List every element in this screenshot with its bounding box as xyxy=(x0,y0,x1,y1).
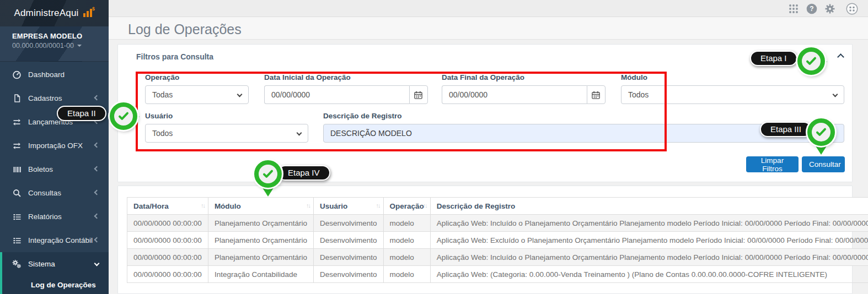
gear-icon[interactable] xyxy=(824,3,835,14)
consultar-button[interactable]: Consultar xyxy=(802,156,845,172)
sidebar-item-boletos[interactable]: Boletos xyxy=(0,157,109,181)
company-name: EMPRESA MODELO xyxy=(12,32,109,40)
sidebar: AdministreAqui $ EMPRESA MODELO 00.000.0… xyxy=(0,0,109,294)
company-cnpj: 00.000.000/0001-00 xyxy=(12,42,109,50)
sort-icon: ↑↓ xyxy=(201,202,205,209)
apps-grid-icon[interactable] xyxy=(788,3,799,14)
sidebar-active-section: Sistema Log de Operações xyxy=(0,252,109,294)
column-header-usuario[interactable]: Usuário↑↓ xyxy=(313,198,383,215)
cell-usuario: Desenvolvimento xyxy=(313,266,383,283)
column-header-modulo[interactable]: Módulo↑↓ xyxy=(208,198,313,215)
cell-operacao: modelo xyxy=(383,249,430,266)
field-descricao: Descrição de Registro xyxy=(323,112,844,143)
descricao-label: Descrição de Registro xyxy=(323,112,844,120)
topbar: ? xyxy=(109,0,868,17)
operacao-label: Operação xyxy=(145,73,249,81)
sidebar-item-sistema[interactable]: Sistema xyxy=(2,252,109,276)
sidebar-item-label: Consultas xyxy=(28,189,61,197)
data-final-label: Data Final da Operação xyxy=(442,73,606,81)
field-data-final: Data Final da Operação xyxy=(442,73,606,104)
cell-data-hora: 00/00/0000 00:00:00 xyxy=(127,215,208,232)
sidebar-item-label: Relatórios xyxy=(28,213,62,221)
calendar-icon-button[interactable] xyxy=(409,85,428,104)
bar-chart-dollar-icon: $ xyxy=(83,7,95,20)
usuario-value: Todos xyxy=(152,129,173,138)
gauge-icon xyxy=(12,70,22,79)
log-table-panel: Data/Hora↑↓ Módulo↑↓ Usuário↑↓ Operação↑… xyxy=(117,186,853,294)
usuario-select[interactable]: Todos xyxy=(145,124,308,143)
search-icon xyxy=(12,188,22,198)
field-modulo: Módulo Todos xyxy=(621,73,844,104)
main-content: ? Log de Operações Filtros para Consulta… xyxy=(109,0,868,294)
chevron-down-icon xyxy=(297,130,302,136)
filters-panel-title: Filtros para Consulta xyxy=(136,52,213,61)
limpar-filtros-button[interactable]: Limpar Filtros xyxy=(746,156,799,172)
field-data-inicial: Data Inicial da Operação xyxy=(264,73,428,104)
help-icon[interactable]: ? xyxy=(806,3,817,14)
chevron-down-icon xyxy=(237,92,243,97)
topbar-icons: ? xyxy=(788,0,858,17)
table-header-row: Data/Hora↑↓ Módulo↑↓ Usuário↑↓ Operação↑… xyxy=(127,198,868,215)
data-inicial-input[interactable] xyxy=(264,85,409,104)
file-icon xyxy=(12,94,22,103)
cell-operacao: modelo xyxy=(383,266,430,283)
sidebar-item-importacao-ofx[interactable]: Importação OFX xyxy=(0,134,109,157)
logo[interactable]: AdministreAqui $ xyxy=(0,0,109,26)
sidebar-item-relatorios[interactable]: Relatórios xyxy=(0,205,109,228)
chevron-left-icon xyxy=(94,213,100,219)
chevron-left-icon xyxy=(94,118,100,124)
sidebar-item-label: Cadastros xyxy=(28,94,62,102)
exchange-icon xyxy=(12,117,22,127)
sidebar-item-dashboard[interactable]: Dashboard xyxy=(0,63,109,86)
app-window: AdministreAqui $ EMPRESA MODELO 00.000.0… xyxy=(0,0,868,294)
list-icon xyxy=(12,236,22,245)
sidebar-item-label: Boletos xyxy=(28,165,53,173)
chevron-down-icon xyxy=(94,260,100,266)
field-usuario: Usuário Todos xyxy=(145,112,308,143)
operacao-value: Todas xyxy=(152,90,173,99)
column-header-descricao[interactable]: Descrição de Registro↑↓ xyxy=(430,198,868,215)
cell-data-hora: 00/00/0000 00:00:00 xyxy=(127,266,208,283)
cell-modulo: Planejamento Orçamentário xyxy=(208,232,313,249)
calendar-icon-button[interactable] xyxy=(587,85,606,104)
cell-descricao: Aplicação Web: Incluído o Planejamento O… xyxy=(430,249,868,266)
operacao-select[interactable]: Todas xyxy=(145,85,249,104)
gears-icon xyxy=(12,259,22,269)
filters-panel: Filtros para Consulta Operação Todas Dat… xyxy=(117,44,853,182)
data-inicial-label: Data Inicial da Operação xyxy=(264,73,428,81)
column-header-operacao[interactable]: Operação↑↓ xyxy=(383,198,430,215)
field-operacao: Operação Todas xyxy=(145,73,249,104)
chevron-left-icon xyxy=(94,166,100,171)
page-title: Log de Operações xyxy=(128,21,242,37)
data-final-input[interactable] xyxy=(442,85,587,104)
page-title-strip: Log de Operações xyxy=(109,17,868,40)
cell-usuario: Desenvolvimento xyxy=(313,249,383,266)
chevron-down-icon xyxy=(833,92,838,97)
logo-text: AdministreAqui xyxy=(14,8,78,19)
sidebar-subitem-log-de-operacoes[interactable]: Log de Operações xyxy=(2,276,109,294)
sidebar-menu: Dashboard Cadastros Lançamentos xyxy=(0,62,109,294)
chevron-left-icon xyxy=(94,237,100,242)
svg-text:?: ? xyxy=(810,5,813,13)
cell-descricao: Aplicação Web: Incluído o Planejamento O… xyxy=(430,215,868,232)
sidebar-item-integracao-contabil[interactable]: Integração Contábil xyxy=(0,228,109,252)
exchange-icon xyxy=(12,141,22,150)
sidebar-item-cadastros[interactable]: Cadastros xyxy=(0,86,109,110)
modulo-label: Módulo xyxy=(621,73,844,81)
sort-icon: ↑↓ xyxy=(376,202,380,209)
collapse-panel-icon[interactable] xyxy=(837,53,844,61)
user-icon[interactable] xyxy=(846,3,858,15)
modulo-select[interactable]: Todos xyxy=(621,85,844,104)
list-icon xyxy=(12,212,22,221)
table-row: 00/00/0000 00:00:00 Planejamento Orçamen… xyxy=(127,249,868,266)
table-row: 00/00/0000 00:00:00 Planejamento Orçamen… xyxy=(127,232,868,249)
column-header-data-hora[interactable]: Data/Hora↑↓ xyxy=(127,198,208,215)
barcode-icon xyxy=(12,165,22,174)
table-row: 00/00/0000 00:00:00 Planejamento Orçamen… xyxy=(127,215,868,232)
usuario-label: Usuário xyxy=(145,112,308,120)
sidebar-item-consultas[interactable]: Consultas xyxy=(0,181,109,205)
company-selector[interactable]: EMPRESA MODELO 00.000.000/0001-00 xyxy=(0,26,109,62)
chevron-left-icon xyxy=(94,142,100,148)
descricao-input[interactable] xyxy=(323,124,844,143)
sidebar-item-lancamentos[interactable]: Lançamentos xyxy=(0,110,109,134)
